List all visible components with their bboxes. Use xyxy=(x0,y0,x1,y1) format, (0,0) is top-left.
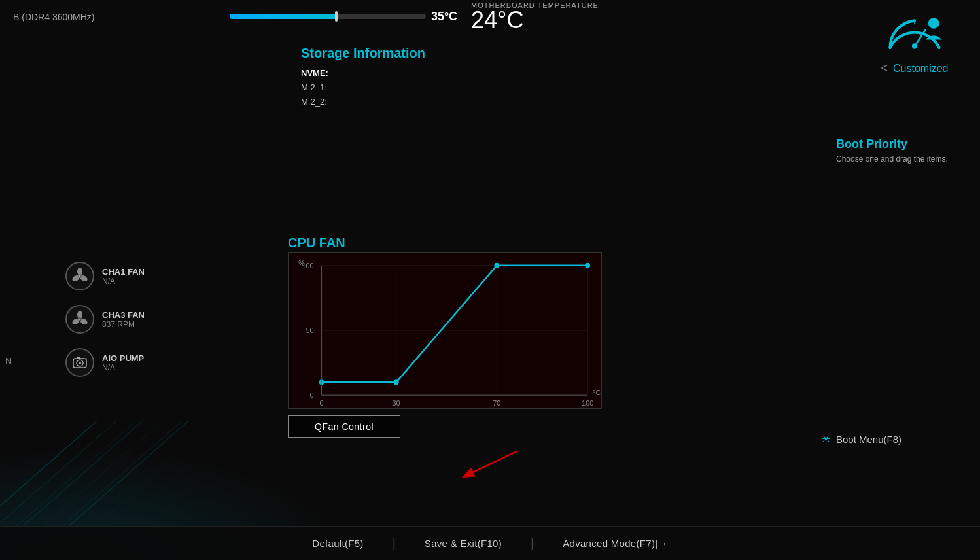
svg-line-52 xyxy=(0,421,111,526)
svg-line-49 xyxy=(13,421,177,526)
bottom-bar: Default(F5) | Save & Exit(F10) | Advance… xyxy=(0,526,980,560)
svg-line-51 xyxy=(65,421,229,526)
deco-lines-svg xyxy=(0,421,294,526)
mb-temp-section: Motherboard Temperature 24°C xyxy=(471,0,599,34)
boot-priority-panel: Boot Priority Choose one and drag the it… xyxy=(836,137,967,165)
svg-line-46 xyxy=(464,451,517,476)
advanced-mode-button[interactable]: Advanced Mode(F7)|→ xyxy=(536,538,694,549)
cpu-fan-section: CPU FAN 100 50 0 % 0 30 70 100 °C xyxy=(288,236,615,438)
customized-nav[interactable]: < Customized xyxy=(881,61,949,75)
customized-label: Customized xyxy=(893,63,948,75)
gauge-icon xyxy=(882,5,947,58)
svg-point-41 xyxy=(494,263,499,268)
svg-line-54 xyxy=(0,421,157,526)
snowflake-icon: ✳ xyxy=(821,432,831,446)
fan-cha1-icon xyxy=(65,262,94,290)
fan-cha3-name: CHA3 FAN xyxy=(102,310,145,320)
profile-panel: < Customized xyxy=(849,0,980,131)
chevron-left-icon[interactable]: < xyxy=(881,61,888,75)
svg-text:70: 70 xyxy=(493,399,500,407)
fan-cha1-name: CHA1 FAN xyxy=(102,267,145,277)
svg-point-17 xyxy=(79,319,81,321)
svg-point-42 xyxy=(585,263,590,268)
svg-text:0: 0 xyxy=(310,391,314,399)
storage-m2-1: M.2_1: xyxy=(301,80,510,95)
svg-line-55 xyxy=(33,421,196,526)
svg-line-50 xyxy=(39,421,203,526)
boot-menu-label: Boot Menu(F8) xyxy=(836,434,901,445)
cpu-temp-area: 35°C xyxy=(196,0,491,33)
save-exit-button[interactable]: Save & Exit(F10) xyxy=(398,538,528,549)
boot-priority-desc: Choose one and drag the items. xyxy=(836,154,967,165)
storage-nvme: NVME: xyxy=(301,66,510,80)
svg-line-47 xyxy=(0,421,131,526)
svg-text:100: 100 xyxy=(582,399,593,407)
svg-text:50: 50 xyxy=(306,326,314,334)
fan-aio-icon xyxy=(65,348,94,377)
fan-aio-pump: AIO PUMP N/A xyxy=(65,348,196,377)
fans-panel: CHA1 FAN N/A CHA3 FAN 837 RPM xyxy=(65,262,196,391)
fan-chart: 100 50 0 % 0 30 70 100 °C xyxy=(288,252,602,409)
ram-label: B (DDR4 3600MHz) xyxy=(13,12,94,22)
storage-m2-2: M.2_2: xyxy=(301,95,510,109)
qfan-control-button[interactable]: QFan Control xyxy=(288,415,400,438)
fan-cha3-icon xyxy=(65,305,94,334)
fan-cha3-speed: 837 RPM xyxy=(102,320,145,329)
svg-text:0: 0 xyxy=(320,399,324,407)
red-arrow-annotation xyxy=(445,445,523,484)
svg-line-53 xyxy=(92,421,255,526)
deco-lines xyxy=(0,421,294,526)
svg-text:%: % xyxy=(298,259,305,267)
fan-aio-info: AIO PUMP N/A xyxy=(102,353,144,372)
fan-cha1-info: CHA1 FAN N/A xyxy=(102,267,145,286)
fan-aio-speed: N/A xyxy=(102,363,144,372)
temp-bar-fill xyxy=(230,14,338,19)
svg-rect-21 xyxy=(77,357,80,359)
separator-2: | xyxy=(528,536,536,551)
fan-aio-name: AIO PUMP xyxy=(102,353,144,363)
storage-info-panel: Storage Information NVME: M.2_1: M.2_2: xyxy=(301,46,510,109)
svg-text:°C: °C xyxy=(593,389,601,396)
fan-cha3: CHA3 FAN 837 RPM xyxy=(65,305,196,334)
default-button[interactable]: Default(F5) xyxy=(286,538,389,549)
cpu-fan-title: CPU FAN xyxy=(288,236,615,251)
storage-title: Storage Information xyxy=(301,46,510,61)
svg-text:30: 30 xyxy=(393,399,400,407)
svg-point-11 xyxy=(79,275,81,277)
fan-chart-svg: 100 50 0 % 0 30 70 100 °C xyxy=(289,253,601,408)
boot-menu-button[interactable]: ✳ Boot Menu(F8) xyxy=(821,432,901,446)
fan-cha1-speed: N/A xyxy=(102,277,145,286)
separator-1: | xyxy=(390,536,398,551)
mb-temp-value: 24°C xyxy=(471,7,523,34)
temp-bar-thumb xyxy=(335,11,338,22)
boot-priority-title: Boot Priority xyxy=(836,137,967,151)
left-edge-label: N xyxy=(0,353,17,369)
svg-point-7 xyxy=(77,268,82,275)
svg-point-13 xyxy=(77,311,82,319)
svg-line-48 xyxy=(0,421,150,526)
svg-point-20 xyxy=(79,362,81,364)
svg-point-40 xyxy=(394,379,399,385)
temp-bar-track xyxy=(230,14,426,19)
fan-cha1: CHA1 FAN N/A xyxy=(65,262,196,290)
fan-cha3-info: CHA3 FAN 837 RPM xyxy=(102,310,145,329)
svg-point-4 xyxy=(912,43,917,48)
cpu-temp-value: 35°C xyxy=(431,10,457,24)
svg-point-5 xyxy=(928,18,939,29)
